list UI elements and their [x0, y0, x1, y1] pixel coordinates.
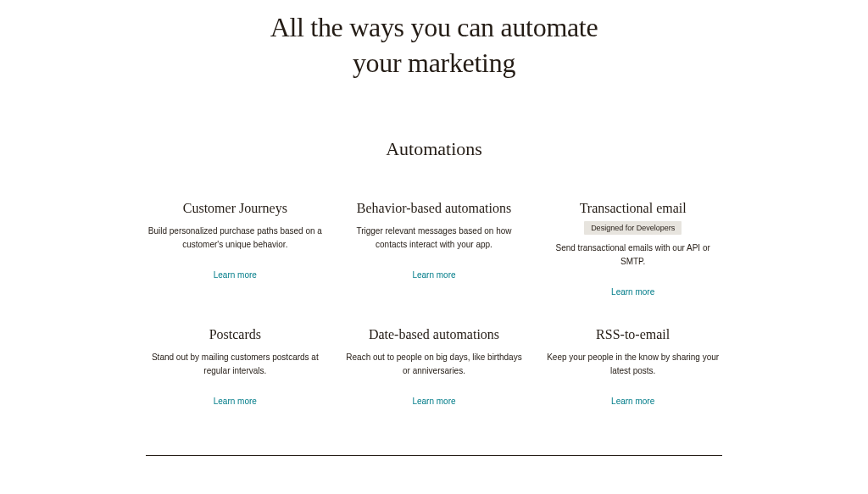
page-title-line2: your marketing: [353, 47, 515, 78]
page-title-line1: All the ways you can automate: [270, 12, 598, 42]
card-desc: Reach out to people on big days, like bi…: [345, 351, 523, 378]
card-postcards: Postcards Stand out by mailing customers…: [146, 327, 325, 406]
page-title: All the ways you can automate your marke…: [0, 0, 868, 89]
card-date-automations: Date-based automations Reach out to peop…: [345, 327, 524, 406]
card-title: RSS-to-email: [596, 327, 670, 342]
card-title: Customer Journeys: [183, 201, 287, 216]
card-desc: Send transactional emails with our API o…: [544, 241, 722, 269]
section-divider: [146, 455, 722, 456]
card-behavior-automations: Behavior-based automations Trigger relev…: [345, 201, 524, 297]
learn-more-link[interactable]: Learn more: [214, 397, 257, 406]
card-desc: Trigger relevant messages based on how c…: [345, 225, 523, 252]
learn-more-link[interactable]: Learn more: [412, 270, 455, 280]
card-title: Date-based automations: [369, 327, 499, 342]
learn-more-link[interactable]: Learn more: [214, 270, 257, 280]
section-title: Automations: [0, 138, 868, 160]
card-title: Behavior-based automations: [357, 201, 511, 216]
card-customer-journeys: Customer Journeys Build personalized pur…: [146, 201, 325, 297]
card-desc: Build personalized purchase paths based …: [146, 225, 324, 252]
card-rss-to-email: RSS-to-email Keep your people in the kno…: [543, 327, 722, 406]
learn-more-link[interactable]: Learn more: [412, 397, 455, 406]
learn-more-link[interactable]: Learn more: [611, 397, 654, 406]
card-desc: Stand out by mailing customers postcards…: [146, 351, 324, 378]
card-desc: Keep your people in the know by sharing …: [544, 351, 722, 378]
cards-grid: Customer Journeys Build personalized pur…: [129, 201, 739, 406]
card-title: Transactional email: [580, 201, 687, 216]
learn-more-link[interactable]: Learn more: [611, 287, 654, 297]
developer-badge: Designed for Developers: [584, 221, 682, 235]
card-title: Postcards: [209, 327, 261, 342]
card-transactional-email: Transactional email Designed for Develop…: [543, 201, 722, 297]
